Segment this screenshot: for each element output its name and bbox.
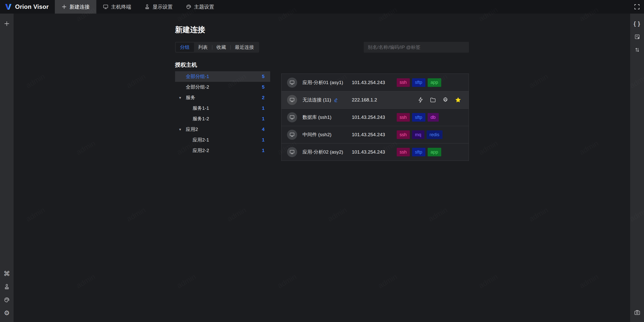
tab-theme-settings[interactable]: 主题设置 bbox=[179, 0, 221, 14]
host-ip: 222.168.1.2 bbox=[352, 97, 397, 103]
host-avatar bbox=[287, 78, 297, 88]
bookmark-doc-icon[interactable] bbox=[630, 30, 644, 43]
view-tab-favorites[interactable]: 收藏 bbox=[212, 43, 230, 52]
tree-item-service-1-2[interactable]: 服务1-2 1 bbox=[175, 114, 270, 124]
tag-sftp: sftp bbox=[412, 148, 425, 156]
tag-app: app bbox=[428, 148, 441, 156]
favorite-star-icon[interactable] bbox=[455, 96, 462, 103]
host-count-badge: 2 bbox=[262, 95, 270, 100]
tag-db: db bbox=[428, 113, 439, 122]
orion-visor-logo-icon bbox=[5, 3, 12, 11]
tree-item-service-1-1[interactable]: 服务1-1 1 bbox=[175, 103, 270, 114]
host-avatar bbox=[287, 147, 297, 157]
terminal-monitor-icon bbox=[103, 4, 108, 10]
host-ip: 101.43.254.243 bbox=[352, 80, 397, 85]
tag-ssh: ssh bbox=[397, 148, 410, 156]
tree-item-app2[interactable]: ▼ 应用2 4 bbox=[175, 124, 270, 135]
host-count-badge: 1 bbox=[262, 137, 270, 143]
host-count-badge: 5 bbox=[262, 74, 270, 79]
tag-ssh: ssh bbox=[397, 113, 410, 122]
tree-item-app2-2[interactable]: 应用2-2 1 bbox=[175, 145, 270, 156]
section-title-authorized-hosts: 授权主机 bbox=[175, 61, 469, 69]
view-mode-tabs: 分组 列表 收藏 最近连接 bbox=[175, 42, 259, 53]
tab-new-connection[interactable]: 新建连接 bbox=[55, 0, 96, 14]
app-logo: Orion Visor bbox=[0, 0, 55, 14]
tag-sftp: sftp bbox=[412, 113, 425, 122]
host-name: 数据库 (ssh1) bbox=[303, 114, 352, 121]
host-count-badge: 4 bbox=[262, 127, 270, 132]
app-title: Orion Visor bbox=[15, 3, 49, 10]
stamp-icon[interactable] bbox=[0, 280, 14, 293]
host-row[interactable]: 中间件 (ssh2) 101.43.254.243 ssh mq redis bbox=[281, 126, 469, 143]
host-row[interactable]: 应用-分析01 (asy1) 101.43.254.243 ssh sftp a… bbox=[281, 74, 469, 91]
group-tree: 全部分组-1 5 全部分组-2 5 ▼ 服务 2 服务1-1 1 服务1-2 bbox=[175, 71, 270, 156]
host-avatar bbox=[287, 112, 297, 122]
tree-item-services[interactable]: ▼ 服务 2 bbox=[175, 92, 270, 103]
view-tab-list[interactable]: 列表 bbox=[194, 43, 212, 52]
edit-pencil-icon[interactable] bbox=[333, 97, 338, 102]
palette-icon bbox=[186, 4, 191, 10]
host-ip: 101.43.254.243 bbox=[352, 149, 397, 155]
page-title: 新建连接 bbox=[175, 25, 469, 35]
tag-ssh: ssh bbox=[397, 130, 410, 139]
chevron-down-icon[interactable]: ▼ bbox=[179, 96, 182, 100]
left-sidebar: ⌘ ⚙ bbox=[0, 14, 14, 322]
camera-icon[interactable] bbox=[630, 306, 644, 319]
host-count-badge: 1 bbox=[262, 105, 270, 111]
host-actions bbox=[417, 96, 469, 103]
braces-json-icon[interactable]: { } bbox=[630, 17, 644, 30]
gear-icon[interactable] bbox=[442, 97, 449, 103]
host-avatar bbox=[287, 130, 297, 140]
search-input[interactable] bbox=[364, 42, 469, 53]
host-name: 中间件 (ssh2) bbox=[303, 131, 352, 138]
host-row-hovered[interactable]: 无法连接 (11) 222.168.1.2 bbox=[281, 91, 469, 109]
view-tab-recent[interactable]: 最近连接 bbox=[231, 43, 258, 52]
stamp-icon bbox=[144, 4, 150, 10]
tab-host-terminal[interactable]: 主机终端 bbox=[96, 0, 138, 14]
tree-item-app2-1[interactable]: 应用2-1 1 bbox=[175, 135, 270, 145]
host-count-badge: 1 bbox=[262, 116, 270, 122]
top-bar: Orion Visor 新建连接 主机终端 显示设置 bbox=[0, 0, 644, 14]
tree-item-all-group-1[interactable]: 全部分组-1 5 bbox=[175, 71, 270, 82]
host-row[interactable]: 应用-分析02 (asy2) 101.43.254.243 ssh sftp a… bbox=[281, 143, 469, 161]
connect-bolt-icon[interactable] bbox=[417, 97, 424, 103]
host-name: 应用-分析02 (asy2) bbox=[303, 149, 352, 155]
plus-icon bbox=[61, 4, 67, 10]
tag-mq: mq bbox=[412, 130, 424, 139]
host-avatar bbox=[287, 95, 297, 105]
host-count-badge: 1 bbox=[262, 148, 270, 153]
right-sidebar: { } bbox=[630, 14, 644, 322]
tree-item-all-group-2[interactable]: 全部分组-2 5 bbox=[175, 82, 270, 92]
folder-icon[interactable] bbox=[430, 97, 436, 103]
chevron-down-icon[interactable]: ▼ bbox=[179, 128, 182, 131]
view-tab-group[interactable]: 分组 bbox=[176, 43, 194, 52]
host-name: 应用-分析01 (asy1) bbox=[303, 79, 352, 86]
host-count-badge: 5 bbox=[262, 84, 270, 90]
command-icon[interactable]: ⌘ bbox=[0, 267, 14, 280]
palette-icon[interactable] bbox=[0, 293, 14, 306]
gear-icon[interactable]: ⚙ bbox=[0, 306, 14, 319]
host-ip: 101.43.254.243 bbox=[352, 132, 397, 137]
tag-sftp: sftp bbox=[412, 78, 425, 87]
tag-ssh: ssh bbox=[397, 78, 410, 87]
main-content: 新建连接 分组 列表 收藏 最近连接 授权主机 全部分组-1 5 全部分 bbox=[14, 14, 630, 322]
sort-arrows-icon[interactable] bbox=[630, 43, 644, 56]
add-plus-icon[interactable] bbox=[0, 17, 14, 30]
host-list: 应用-分析01 (asy1) 101.43.254.243 ssh sftp a… bbox=[281, 74, 469, 161]
tag-redis: redis bbox=[427, 130, 442, 139]
tag-app: app bbox=[428, 78, 441, 87]
host-ip: 101.43.254.243 bbox=[352, 115, 397, 120]
tab-display-settings[interactable]: 显示设置 bbox=[138, 0, 179, 14]
host-row[interactable]: 数据库 (ssh1) 101.43.254.243 ssh sftp db bbox=[281, 109, 469, 126]
host-name: 无法连接 (11) bbox=[303, 97, 352, 103]
fullscreen-icon[interactable] bbox=[630, 0, 644, 14]
